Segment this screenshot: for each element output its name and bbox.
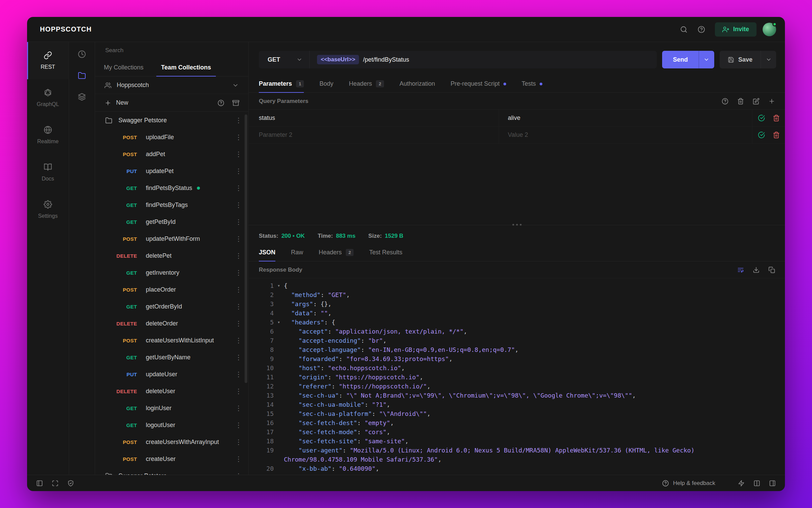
search-icon[interactable] [676,22,691,37]
clear-all-icon[interactable] [734,95,747,108]
collections-icon[interactable] [78,71,86,81]
send-options-icon[interactable] [699,51,714,68]
param-key-input[interactable]: Parameter 2 [249,127,499,143]
team-selector[interactable]: Hoppscotch [95,77,248,94]
more-options-icon[interactable]: ⋮ [233,234,244,244]
param-value-input[interactable]: alive [499,110,752,126]
request-item[interactable]: GET getUserByName ⋮ [95,349,248,366]
fold-caret-icon[interactable] [274,427,284,437]
fold-caret-icon[interactable] [274,409,284,418]
param-delete-icon[interactable] [770,112,782,124]
tab-headers[interactable]: Headers 2 [319,244,354,261]
request-item[interactable]: GET getInventory ⋮ [95,264,248,281]
add-param-icon[interactable] [765,95,778,108]
sidebar-item-docs[interactable]: Docs [27,154,69,191]
request-item[interactable]: POST uploadFile ⋮ [95,129,248,146]
expand-icon[interactable] [49,477,62,490]
request-item[interactable]: POST updatePetWithForm ⋮ [95,230,248,247]
pane-splitter[interactable] [249,225,785,228]
request-item[interactable]: GET getOrderById ⋮ [95,298,248,315]
collection-folder-partial[interactable]: Swagger Petstore ⋮ [95,467,248,475]
collection-folder[interactable]: Swagger Petstore ⋮ [95,112,248,129]
param-toggle-icon[interactable] [755,129,767,141]
fold-caret-icon[interactable] [274,418,284,427]
fold-caret-icon[interactable] [274,354,284,363]
request-item[interactable]: POST createUser ⋮ [95,450,248,467]
fold-caret-icon[interactable] [274,336,284,345]
import-export-icon[interactable] [229,97,242,109]
panel-right-toggle-icon[interactable] [766,477,779,490]
tab-headers[interactable]: Headers 2 [349,75,384,92]
wrap-lines-icon[interactable] [734,263,747,276]
request-item[interactable]: POST placeOrder ⋮ [95,281,248,298]
more-options-icon[interactable]: ⋮ [233,403,244,413]
interceptor-shield-icon[interactable] [64,477,77,490]
more-options-icon[interactable]: ⋮ [233,183,244,193]
more-options-icon[interactable]: ⋮ [233,268,244,278]
tab-team-collections[interactable]: Team Collections [152,59,220,76]
more-options-icon[interactable]: ⋮ [233,352,244,362]
fold-caret-icon[interactable] [274,437,284,446]
fold-caret-icon[interactable]: ▾ [274,318,284,327]
search-input[interactable] [105,47,239,54]
tab-my-collections[interactable]: My Collections [95,59,152,76]
more-options-icon[interactable]: ⋮ [233,301,244,312]
request-item[interactable]: GET findPetsByTags ⋮ [95,196,248,213]
request-item[interactable]: PUT updateUser ⋮ [95,366,248,383]
fold-caret-icon[interactable] [274,446,284,464]
fold-caret-icon[interactable] [274,373,284,382]
tab-authorization[interactable]: Authorization [400,75,435,92]
param-toggle-icon[interactable] [755,112,767,124]
sidebar-item-settings[interactable]: Settings [27,191,69,228]
request-item[interactable]: GET findPetsByStatus ⋮ [95,179,248,196]
scrollbar[interactable] [245,114,247,383]
fold-caret-icon[interactable] [274,382,284,391]
fold-caret-icon[interactable] [274,309,284,318]
fold-caret-icon[interactable] [274,363,284,373]
panel-left-toggle-icon[interactable] [33,477,46,490]
invite-button[interactable]: Invite [715,22,757,37]
more-options-icon[interactable]: ⋮ [233,115,244,125]
tab-json[interactable]: JSON [259,244,275,261]
help-feedback-button[interactable]: Help & feedback [659,480,719,487]
support-icon[interactable] [694,22,709,37]
sidebar-item-rest[interactable]: REST [27,42,69,79]
copy-icon[interactable] [765,263,778,276]
request-item[interactable]: GET getPetById ⋮ [95,213,248,230]
fold-caret-icon[interactable] [274,299,284,309]
sidebar-item-realtime[interactable]: Realtime [27,117,69,154]
save-options-icon[interactable] [761,51,776,68]
tab-tests[interactable]: Tests [522,75,542,92]
request-item[interactable]: POST addPet ⋮ [95,146,248,163]
tab-test-results[interactable]: Test Results [369,244,402,261]
request-item[interactable]: PUT updatePet ⋮ [95,163,248,179]
more-options-icon[interactable]: ⋮ [233,166,244,176]
base-url-chip[interactable]: <<baseUrl>> [317,55,359,64]
request-item[interactable]: GET loginUser ⋮ [95,400,248,417]
more-options-icon[interactable]: ⋮ [233,200,244,210]
param-value-input[interactable]: Value 2 [499,127,752,143]
request-item[interactable]: DELETE deleteUser ⋮ [95,383,248,400]
request-item[interactable]: DELETE deletePet ⋮ [95,247,248,264]
tab-raw[interactable]: Raw [291,244,303,261]
response-body-code[interactable]: 1 ▾ { 2 "method": "GET", 3 "args": {}, 4… [249,278,785,475]
request-item[interactable]: POST createUsersWithListInput ⋮ [95,332,248,349]
more-options-icon[interactable]: ⋮ [233,149,244,159]
param-key-input[interactable]: status [249,110,499,126]
request-item[interactable]: POST createUsersWithArrayInput ⋮ [95,433,248,450]
request-item[interactable]: GET logoutUser ⋮ [95,417,248,433]
download-icon[interactable] [750,263,763,276]
history-icon[interactable] [78,50,86,59]
more-options-icon[interactable]: ⋮ [233,335,244,345]
fold-caret-icon[interactable] [274,345,284,354]
more-options-icon[interactable]: ⋮ [233,217,244,227]
new-collection-button[interactable]: New [105,99,128,106]
request-item[interactable]: DELETE deleteOrder ⋮ [95,315,248,332]
more-options-icon[interactable]: ⋮ [233,471,244,475]
tab-pre-request-script[interactable]: Pre-request Script [451,75,506,92]
more-options-icon[interactable]: ⋮ [233,132,244,142]
help-icon[interactable] [719,95,731,108]
tab-body[interactable]: Body [319,75,333,92]
collections-help-icon[interactable] [215,97,227,109]
edit-bulk-icon[interactable] [750,95,763,108]
